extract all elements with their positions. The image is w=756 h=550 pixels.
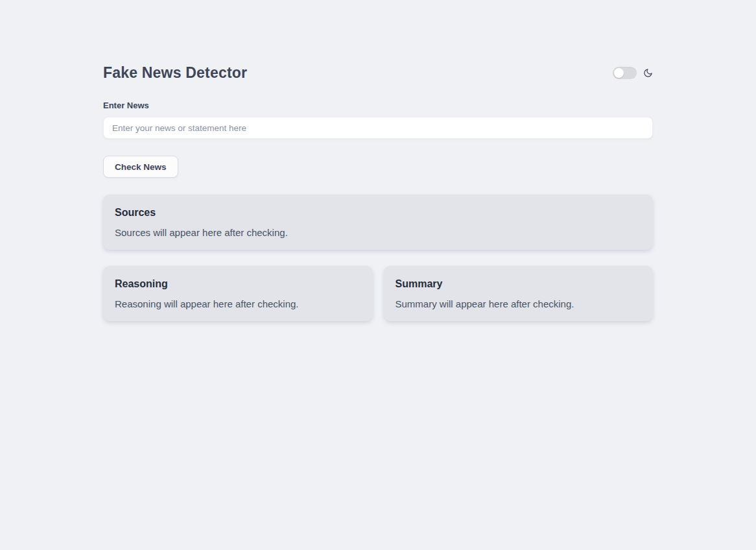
page-title: Fake News Detector — [103, 64, 247, 82]
dark-mode-toggle[interactable] — [613, 67, 637, 79]
reasoning-card: Reasoning Reasoning will appear here aft… — [103, 266, 373, 321]
theme-controls — [613, 67, 653, 79]
sources-card-placeholder-text: Sources will appear here after checking. — [115, 227, 641, 238]
moon-icon — [643, 68, 653, 78]
main-container: Fake News Detector Enter News Check News… — [103, 0, 653, 321]
reasoning-card-title: Reasoning — [115, 278, 361, 290]
header: Fake News Detector — [103, 64, 653, 82]
results-row: Reasoning Reasoning will appear here aft… — [103, 266, 653, 321]
sources-card-title: Sources — [115, 207, 641, 219]
sources-card: Sources Sources will appear here after c… — [103, 195, 653, 250]
check-news-button[interactable]: Check News — [103, 156, 178, 178]
summary-card-placeholder-text: Summary will appear here after checking. — [396, 298, 642, 309]
summary-card-title: Summary — [396, 278, 642, 290]
reasoning-card-placeholder-text: Reasoning will appear here after checkin… — [115, 298, 361, 309]
summary-card: Summary Summary will appear here after c… — [384, 266, 654, 321]
toggle-knob — [614, 68, 624, 78]
enter-news-label: Enter News — [103, 101, 653, 110]
news-input[interactable] — [103, 117, 653, 139]
